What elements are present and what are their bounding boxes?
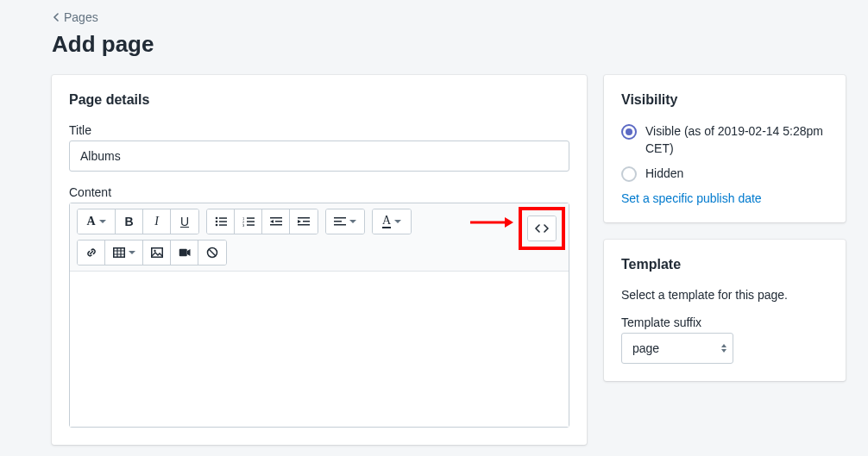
svg-rect-22	[334, 217, 346, 219]
title-input[interactable]	[69, 141, 569, 172]
svg-point-4	[215, 221, 217, 223]
chevron-down-icon	[129, 251, 135, 254]
svg-rect-32	[179, 249, 186, 257]
svg-point-31	[154, 250, 155, 252]
chevron-down-icon	[394, 220, 401, 223]
template-suffix-select[interactable]: page	[621, 333, 733, 364]
page-details-card: Page details Title Content	[52, 75, 587, 445]
page-details-heading: Page details	[69, 92, 569, 108]
image-button[interactable]	[143, 240, 171, 265]
align-left-icon	[334, 216, 346, 227]
svg-marker-33	[187, 249, 191, 256]
svg-marker-21	[298, 220, 301, 223]
breadcrumb-label: Pages	[64, 10, 98, 24]
bold-button[interactable]: B	[116, 209, 143, 234]
outdent-button[interactable]	[262, 209, 290, 234]
table-icon	[113, 247, 125, 258]
chevron-down-icon	[99, 220, 106, 223]
svg-marker-17	[270, 220, 274, 223]
content-editor: A B I U 123	[69, 203, 569, 428]
svg-rect-30	[151, 248, 162, 258]
clear-icon	[206, 247, 218, 259]
code-icon	[535, 223, 549, 234]
svg-rect-19	[303, 221, 310, 222]
image-icon	[151, 247, 163, 258]
svg-rect-9	[247, 217, 255, 219]
visible-label: Visible (as of 2019-02-14 5:28pm CET)	[645, 123, 828, 157]
hidden-label: Hidden	[645, 166, 828, 183]
indent-button[interactable]	[290, 209, 318, 234]
svg-rect-18	[298, 217, 310, 219]
indent-icon	[298, 216, 310, 227]
format-dropdown[interactable]: A	[78, 209, 116, 234]
page-title: Add page	[52, 31, 816, 58]
breadcrumb-back[interactable]: Pages	[52, 7, 98, 28]
link-icon	[85, 247, 97, 259]
svg-line-35	[209, 249, 216, 256]
svg-rect-7	[219, 224, 227, 226]
svg-rect-24	[334, 224, 346, 226]
numbered-list-button[interactable]: 123	[235, 209, 262, 234]
visibility-hidden-option[interactable]: Hidden	[621, 166, 828, 183]
video-icon	[179, 247, 191, 258]
select-caret-icon	[721, 344, 726, 353]
svg-rect-23	[334, 221, 342, 222]
chevron-down-icon	[349, 220, 356, 223]
visibility-heading: Visibility	[621, 92, 828, 108]
html-button-highlight	[519, 207, 565, 250]
outdent-icon	[270, 216, 282, 227]
content-textarea[interactable]	[70, 272, 569, 427]
show-html-button[interactable]	[528, 216, 556, 240]
svg-text:3: 3	[242, 223, 245, 227]
radio-visible	[621, 124, 637, 140]
svg-rect-15	[275, 221, 282, 222]
text-color-dropdown[interactable]: A	[373, 209, 411, 234]
align-dropdown[interactable]	[326, 209, 364, 234]
clear-format-button[interactable]	[198, 240, 226, 265]
svg-point-2	[215, 217, 217, 220]
svg-rect-20	[298, 224, 310, 226]
template-heading: Template	[621, 257, 828, 272]
video-button[interactable]	[171, 240, 198, 265]
content-label: Content	[69, 185, 569, 199]
svg-rect-5	[219, 221, 227, 222]
set-publish-date-link[interactable]: Set a specific publish date	[621, 191, 762, 205]
svg-rect-13	[247, 224, 255, 226]
underline-button[interactable]: U	[171, 209, 198, 234]
svg-rect-14	[270, 217, 282, 219]
svg-rect-3	[219, 217, 227, 219]
bullet-list-icon	[215, 216, 227, 227]
link-button[interactable]	[78, 240, 105, 265]
template-card: Template Select a template for this page…	[604, 240, 846, 381]
visibility-card: Visibility Visible (as of 2019-02-14 5:2…	[604, 75, 846, 222]
numbered-list-icon: 123	[242, 216, 255, 227]
template-help: Select a template for this page.	[621, 288, 828, 302]
italic-button[interactable]: I	[143, 209, 171, 234]
svg-rect-25	[113, 248, 124, 258]
radio-hidden	[621, 166, 637, 182]
svg-rect-16	[270, 224, 282, 226]
svg-point-6	[215, 224, 217, 227]
table-dropdown[interactable]	[105, 240, 143, 265]
svg-rect-11	[247, 221, 255, 222]
editor-toolbar: A B I U 123	[70, 203, 569, 272]
chevron-left-icon	[52, 13, 60, 22]
title-label: Title	[69, 123, 569, 137]
visibility-visible-option[interactable]: Visible (as of 2019-02-14 5:28pm CET)	[621, 123, 828, 157]
bullet-list-button[interactable]	[207, 209, 235, 234]
template-suffix-label: Template suffix	[621, 315, 828, 329]
